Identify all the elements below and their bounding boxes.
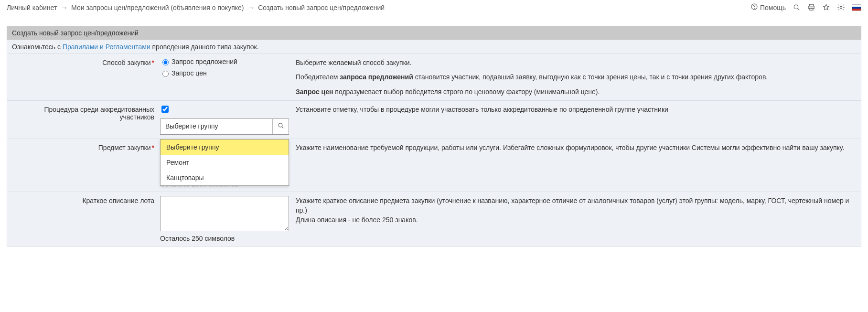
svg-point-8 bbox=[279, 123, 282, 127]
rules-note: Ознакомьтесь с Правилами и Регламентами … bbox=[7, 40, 861, 54]
radio-offers-label: Запрос предложений bbox=[171, 58, 237, 65]
label-subject: Предмет закупки* bbox=[7, 143, 160, 151]
breadcrumb-item[interactable]: Мои запросы цен/предложений (объявления … bbox=[71, 4, 244, 11]
label-text: Предмет закупки bbox=[98, 144, 151, 151]
help-subject: Укажите наименование требуемой продукции… bbox=[289, 143, 856, 152]
help-text: Запрос цен подразумевает выбор победител… bbox=[296, 87, 856, 97]
required-mark: * bbox=[152, 144, 154, 151]
star-icon[interactable] bbox=[822, 3, 830, 11]
help-label: Помощь bbox=[760, 4, 786, 11]
page-body: Создать новый запрос цен/предложений Озн… bbox=[0, 17, 868, 275]
gear-icon[interactable] bbox=[837, 3, 845, 11]
help-accredited: Установите отметку, чтобы в процедуре мо… bbox=[289, 105, 856, 114]
short-desc-input[interactable] bbox=[160, 196, 289, 231]
rules-link[interactable]: Правилами и Регламентами bbox=[63, 43, 150, 51]
svg-line-3 bbox=[798, 9, 800, 11]
rules-note-suffix: проведения данного типа закупок. bbox=[150, 43, 259, 51]
control-purchase-method: Запрос предложений Запрос цен bbox=[160, 58, 289, 77]
search-icon bbox=[277, 122, 285, 131]
svg-line-9 bbox=[282, 127, 283, 128]
print-icon[interactable] bbox=[807, 3, 815, 11]
required-mark: * bbox=[152, 59, 154, 66]
short-desc-counter: Осталось 250 символов bbox=[160, 235, 289, 242]
radio-prices-label: Запрос цен bbox=[171, 69, 207, 77]
group-dropdown: Выберите группу Ремонт Канцтовары bbox=[160, 139, 289, 186]
label-text: Способ закупки bbox=[102, 59, 150, 66]
row-subject: Предмет закупки* Осталось 2000 символов … bbox=[7, 139, 861, 192]
svg-point-1 bbox=[754, 8, 755, 9]
group-select-text: Выберите группу bbox=[161, 119, 272, 134]
breadcrumb-item: Создать новый запрос цен/предложений bbox=[258, 4, 385, 11]
row-accredited: Процедура среди аккредитованных участник… bbox=[7, 101, 861, 139]
control-short-desc: Осталось 250 символов bbox=[160, 196, 289, 242]
svg-point-2 bbox=[794, 5, 798, 9]
radio-offers-input[interactable] bbox=[162, 59, 169, 65]
control-accredited: Выберите группу Выберите группу Ремонт К… bbox=[160, 105, 289, 135]
search-icon[interactable] bbox=[793, 3, 801, 11]
help-text: Выберите желаемый способ закупки. bbox=[296, 58, 856, 67]
svg-point-7 bbox=[840, 6, 842, 8]
group-select-search-button[interactable] bbox=[272, 119, 289, 134]
help-icon bbox=[750, 3, 758, 12]
help-purchase-method: Выберите желаемый способ закупки. Победи… bbox=[289, 58, 856, 97]
row-short-desc: Краткое описание лота Осталось 250 симво… bbox=[7, 192, 861, 247]
flag-ru-icon[interactable] bbox=[852, 4, 861, 11]
breadcrumb-item[interactable]: Личный кабинет bbox=[7, 4, 57, 11]
accredited-checkbox-wrap bbox=[160, 106, 170, 114]
label-short-desc: Краткое описание лота bbox=[7, 196, 160, 204]
help-short-desc: Укажите краткое описание предмета закупк… bbox=[289, 196, 856, 225]
rules-note-prefix: Ознакомьтесь с bbox=[12, 43, 63, 51]
help-text: Длина описания - не более 250 знаков. bbox=[296, 216, 418, 224]
help-link[interactable]: Помощь bbox=[750, 3, 786, 12]
svg-rect-6 bbox=[810, 8, 813, 10]
help-text: Укажите краткое описание предмета закупк… bbox=[296, 197, 849, 214]
label-purchase-method: Способ закупки* bbox=[7, 58, 160, 66]
dropdown-option[interactable]: Канцтовары bbox=[161, 170, 289, 185]
radio-prices[interactable]: Запрос цен bbox=[160, 69, 289, 77]
breadcrumb-sep: → bbox=[247, 4, 254, 11]
accredited-checkbox[interactable] bbox=[161, 106, 169, 113]
row-purchase-method: Способ закупки* Запрос предложений Запро… bbox=[7, 54, 861, 101]
radio-offers[interactable]: Запрос предложений bbox=[160, 58, 289, 65]
radio-prices-input[interactable] bbox=[162, 71, 169, 77]
group-select[interactable]: Выберите группу bbox=[160, 118, 289, 135]
top-bar: Личный кабинет → Мои запросы цен/предлож… bbox=[0, 0, 868, 17]
dropdown-option[interactable]: Выберите группу bbox=[161, 140, 289, 155]
dropdown-option[interactable]: Ремонт bbox=[161, 155, 289, 170]
breadcrumb: Личный кабинет → Мои запросы цен/предлож… bbox=[7, 4, 385, 11]
panel-title: Создать новый запрос цен/предложений bbox=[7, 26, 861, 40]
breadcrumb-sep: → bbox=[61, 4, 67, 11]
topbar-actions: Помощь bbox=[750, 3, 861, 12]
help-text: Победителем запроса предложений становит… bbox=[296, 72, 856, 82]
label-accredited: Процедура среди аккредитованных участник… bbox=[7, 105, 160, 121]
